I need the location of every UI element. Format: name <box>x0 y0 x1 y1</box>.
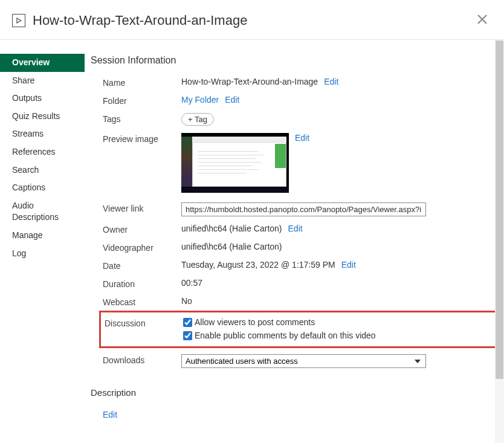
label-preview: Preview image <box>103 133 181 144</box>
sidebar-item-log[interactable]: Log <box>0 245 85 263</box>
edit-date-link[interactable]: Edit <box>341 260 356 270</box>
scrollbar-track[interactable] <box>495 40 504 443</box>
field-duration: Duration 00:57 <box>103 278 498 289</box>
label-name: Name <box>103 77 181 88</box>
label-viewer-link: Viewer link <box>103 202 181 213</box>
value-date: Tuesday, August 23, 2022 @ 1:17:59 PM <box>181 260 335 270</box>
label-discussion: Discussion <box>105 317 183 328</box>
value-duration: 00:57 <box>181 278 202 288</box>
edit-name-link[interactable]: Edit <box>324 77 338 86</box>
discussion-highlight: Discussion Allow viewers to post comment… <box>99 311 498 348</box>
field-viewer-link: Viewer link <box>103 202 498 216</box>
field-downloads: Downloads Authenticated users with acces… <box>103 354 498 368</box>
label-webcast: Webcast <box>103 296 181 307</box>
sidebar-item-overview[interactable]: Overview <box>0 54 85 72</box>
sidebar-item-quiz-results[interactable]: Quiz Results <box>0 108 85 126</box>
field-webcast: Webcast No <box>103 296 498 307</box>
modal-body: Overview Share Outputs Quiz Results Stre… <box>0 40 504 443</box>
edit-folder-link[interactable]: Edit <box>225 95 239 105</box>
sidebar-item-captions[interactable]: Captions <box>0 179 85 197</box>
downloads-select[interactable]: Authenticated users with access <box>181 354 426 368</box>
label-downloads: Downloads <box>103 354 181 365</box>
description-title: Description <box>91 387 498 398</box>
field-tags: Tags + Tag <box>103 113 498 126</box>
sidebar-item-streams[interactable]: Streams <box>0 125 85 143</box>
value-webcast: No <box>181 296 192 306</box>
sidebar: Overview Share Outputs Quiz Results Stre… <box>0 40 85 443</box>
label-folder: Folder <box>103 95 181 106</box>
preview-thumbnail[interactable] <box>181 133 289 193</box>
field-discussion: Discussion Allow viewers to post comment… <box>105 317 493 343</box>
label-owner: Owner <box>103 224 181 234</box>
scrollbar-thumb[interactable] <box>496 40 503 379</box>
label-tags: Tags <box>103 113 181 124</box>
add-tag-button[interactable]: + Tag <box>181 113 214 126</box>
public-comments-checkbox[interactable] <box>183 331 192 340</box>
edit-owner-link[interactable]: Edit <box>288 224 303 233</box>
value-videographer: unified\hc64 (Halie Carton) <box>181 242 282 251</box>
edit-preview-link[interactable]: Edit <box>295 133 309 143</box>
folder-link[interactable]: My Folder <box>181 95 219 105</box>
modal-title: How-to-Wrap-Text-Around-an-Image <box>33 13 473 28</box>
close-button[interactable] <box>473 11 492 30</box>
label-duration: Duration <box>103 278 181 289</box>
description-section: Description Edit <box>91 387 498 419</box>
label-date: Date <box>103 260 181 271</box>
field-name: Name How-to-Wrap-Text-Around-an-Image Ed… <box>103 77 498 88</box>
field-videographer: Videographer unified\hc64 (Halie Carton) <box>103 242 498 253</box>
sidebar-item-outputs[interactable]: Outputs <box>0 89 85 108</box>
sidebar-item-share[interactable]: Share <box>0 72 85 90</box>
video-icon <box>12 14 25 27</box>
public-comments-label: Enable public comments by default on thi… <box>195 331 376 340</box>
value-owner: unified\hc64 (Halie Carton) <box>181 224 282 233</box>
allow-comments-checkbox[interactable] <box>183 318 192 327</box>
field-owner: Owner unified\hc64 (Halie Carton) Edit <box>103 224 498 234</box>
sidebar-item-manage[interactable]: Manage <box>0 227 85 245</box>
section-title: Session Information <box>91 55 498 66</box>
label-videographer: Videographer <box>103 242 181 253</box>
field-folder: Folder My Folder Edit <box>103 95 498 106</box>
sidebar-item-audio-descriptions[interactable]: Audio Descriptions <box>0 197 85 227</box>
sidebar-item-search[interactable]: Search <box>0 161 85 179</box>
allow-comments-label: Allow viewers to post comments <box>195 317 315 327</box>
field-preview: Preview image <box>103 133 498 193</box>
sidebar-item-references[interactable]: References <box>0 143 85 161</box>
viewer-link-input[interactable] <box>181 202 426 216</box>
value-name: How-to-Wrap-Text-Around-an-Image <box>181 77 318 86</box>
edit-description-link[interactable]: Edit <box>103 410 117 419</box>
content-panel: Session Information Name How-to-Wrap-Tex… <box>85 40 504 443</box>
field-date: Date Tuesday, August 23, 2022 @ 1:17:59 … <box>103 260 498 271</box>
modal-header: How-to-Wrap-Text-Around-an-Image <box>0 0 504 40</box>
